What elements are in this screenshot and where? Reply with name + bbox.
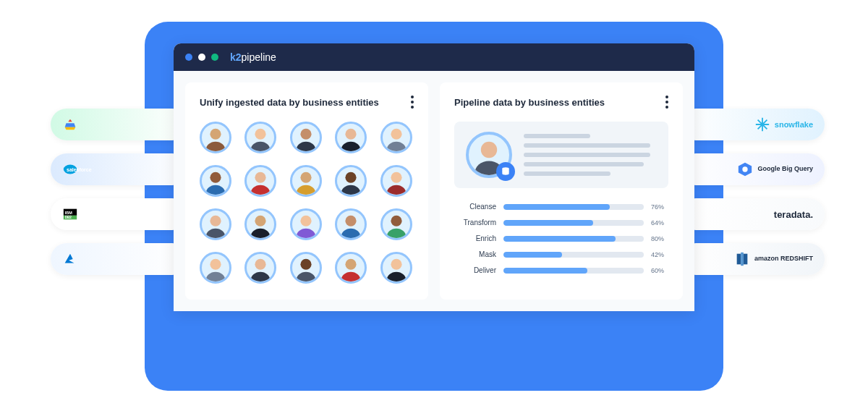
svg-rect-7 xyxy=(737,254,741,265)
svg-rect-9 xyxy=(744,254,748,265)
pipeline-card-title: Pipeline data by business entities xyxy=(454,97,605,108)
svg-point-48 xyxy=(391,259,401,270)
progress-row: Cleanse 76% xyxy=(454,203,668,211)
svg-point-30 xyxy=(210,216,221,226)
svg-point-23 xyxy=(251,185,271,195)
progress-row: Mask 42% xyxy=(454,250,668,258)
dest-pill-redshift[interactable]: amazon REDSHIFT xyxy=(680,243,825,275)
avatar[interactable] xyxy=(380,165,412,197)
svg-point-41 xyxy=(206,272,226,281)
svg-point-17 xyxy=(341,142,361,151)
svg-point-18 xyxy=(391,129,401,140)
svg-point-10 xyxy=(210,129,221,140)
avatar[interactable] xyxy=(290,208,322,240)
avatar[interactable] xyxy=(380,122,412,153)
ibm-db2-icon: IBMDB2 xyxy=(62,206,78,222)
svg-point-11 xyxy=(206,142,226,151)
avatar[interactable] xyxy=(200,208,231,240)
svg-point-44 xyxy=(300,259,311,270)
dest-label: amazon REDSHIFT xyxy=(754,255,813,263)
google-cloud-icon xyxy=(62,117,78,132)
svg-point-29 xyxy=(386,185,406,195)
progress-row: Deliver 60% xyxy=(454,266,668,274)
snowflake-icon xyxy=(754,117,770,132)
svg-point-47 xyxy=(341,272,361,281)
progress-label: Cleanse xyxy=(454,203,496,211)
avatar[interactable] xyxy=(244,252,276,284)
avatar[interactable] xyxy=(290,165,322,197)
source-pill-google-cloud[interactable] xyxy=(51,109,188,140)
avatar[interactable] xyxy=(200,122,231,153)
avatar[interactable] xyxy=(335,252,367,284)
source-pill-azure[interactable] xyxy=(51,243,188,275)
bigquery-icon xyxy=(737,161,753,177)
progress-bar xyxy=(503,236,644,242)
dest-label: Google Big Query xyxy=(757,166,813,173)
svg-point-27 xyxy=(341,185,361,195)
svg-point-50 xyxy=(481,142,497,158)
svg-point-37 xyxy=(341,229,361,238)
svg-point-33 xyxy=(251,229,271,238)
svg-point-21 xyxy=(206,185,226,195)
avatar[interactable] xyxy=(335,122,367,153)
source-pill-salesforce[interactable]: salesforce xyxy=(51,153,188,185)
window-dot-white[interactable] xyxy=(198,54,205,61)
progress-bar xyxy=(503,252,644,258)
avatar[interactable] xyxy=(244,208,276,240)
progress-row: Transform 64% xyxy=(454,219,668,226)
azure-icon xyxy=(62,251,78,267)
entity-detail xyxy=(454,122,668,188)
svg-point-22 xyxy=(255,172,266,183)
dest-label: teradata. xyxy=(774,209,813,220)
progress-label: Transform xyxy=(454,219,496,226)
dest-pill-teradata[interactable]: teradata. xyxy=(680,198,825,230)
avatar-grid xyxy=(200,122,414,284)
redshift-icon xyxy=(734,251,750,267)
window-dot-blue[interactable] xyxy=(185,54,192,61)
svg-point-34 xyxy=(300,216,311,226)
svg-point-12 xyxy=(255,129,266,140)
dest-pill-snowflake[interactable]: snowflake xyxy=(680,109,825,140)
svg-point-45 xyxy=(296,272,315,281)
avatar[interactable] xyxy=(335,165,367,197)
kebab-menu-icon[interactable] xyxy=(411,96,414,109)
progress-label: Mask xyxy=(454,250,496,258)
svg-point-46 xyxy=(346,259,357,270)
svg-point-16 xyxy=(346,129,357,140)
svg-point-6 xyxy=(743,166,748,172)
window-dot-green[interactable] xyxy=(211,54,218,61)
svg-point-42 xyxy=(255,259,266,270)
unify-card-title: Unify ingested data by business entities xyxy=(200,97,379,108)
avatar[interactable] xyxy=(200,165,231,197)
avatar[interactable] xyxy=(380,208,412,240)
svg-point-20 xyxy=(210,172,221,183)
source-pill-ibm-db2[interactable]: IBMDB2 xyxy=(51,198,188,230)
app-body: Unify ingested data by business entities xyxy=(174,71,694,311)
svg-point-43 xyxy=(251,272,271,281)
progress-bar xyxy=(503,268,644,274)
svg-text:DB2: DB2 xyxy=(65,216,72,219)
progress-percent: 76% xyxy=(651,203,668,211)
dest-pill-bigquery[interactable]: Google Big Query xyxy=(680,153,825,185)
svg-point-32 xyxy=(255,216,266,226)
progress-label: Deliver xyxy=(454,266,496,274)
avatar[interactable] xyxy=(200,252,231,284)
dest-label: snowflake xyxy=(775,120,813,129)
pipeline-card: Pipeline data by business entities xyxy=(440,82,683,300)
svg-point-28 xyxy=(391,172,401,183)
svg-point-19 xyxy=(386,142,406,151)
avatar[interactable] xyxy=(244,122,276,153)
avatar[interactable] xyxy=(335,208,367,240)
avatar[interactable] xyxy=(290,252,322,284)
avatar[interactable] xyxy=(380,252,412,284)
brand: k2pipeline xyxy=(230,51,276,63)
progress-list: Cleanse 76% Transform 64% Enrich 80% Mas… xyxy=(454,203,668,274)
avatar[interactable] xyxy=(290,122,322,153)
kebab-menu-icon[interactable] xyxy=(665,96,668,109)
avatar[interactable] xyxy=(244,165,276,197)
svg-point-39 xyxy=(386,229,406,238)
svg-point-24 xyxy=(300,172,311,183)
svg-point-31 xyxy=(206,229,226,238)
progress-label: Enrich xyxy=(454,234,496,242)
svg-point-49 xyxy=(386,272,406,281)
